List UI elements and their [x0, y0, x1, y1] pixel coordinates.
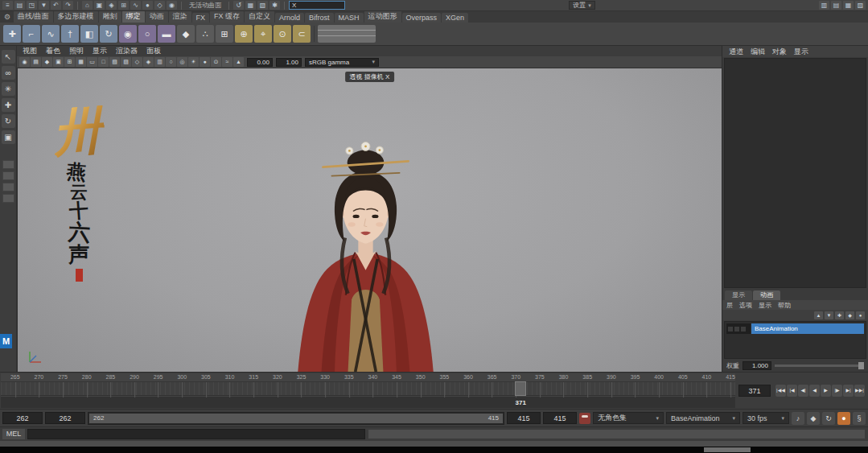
joint-tool-icon[interactable]: ✚: [3, 25, 21, 43]
wireframe-on-shaded-icon[interactable]: ◎: [177, 57, 187, 67]
ao-icon[interactable]: ⊙: [211, 57, 221, 67]
current-frame-field[interactable]: [738, 385, 771, 397]
orient-joint-icon[interactable]: ↻: [100, 25, 117, 43]
insert-joint-icon[interactable]: †: [61, 25, 79, 43]
mirror-joint-icon[interactable]: ◧: [80, 25, 98, 43]
go-to-end-button[interactable]: ▶▶|: [854, 385, 865, 397]
exposure-field[interactable]: [247, 58, 273, 67]
select-tool[interactable]: ↖: [2, 50, 15, 64]
lighting-icon[interactable]: ☀: [188, 57, 199, 67]
play-backwards-button[interactable]: ◀: [809, 385, 820, 397]
channel-box-menu-item[interactable]: 显示: [794, 47, 808, 57]
step-forward-key-button[interactable]: |▶: [832, 385, 842, 397]
mel-label[interactable]: MEL: [2, 429, 25, 439]
layer-name[interactable]: BaseAnimation: [751, 323, 864, 334]
panel-menu-item[interactable]: 照明: [69, 46, 84, 56]
select-by-object-icon[interactable]: ▣: [94, 1, 105, 10]
render-settings-icon[interactable]: ✱: [269, 1, 280, 10]
orient-constraint-icon[interactable]: ⊙: [274, 25, 291, 43]
shelf-wide-button[interactable]: [318, 25, 376, 43]
shelf-tab[interactable]: 多边形建模: [54, 11, 98, 23]
mel-input[interactable]: [27, 429, 365, 439]
scale-tool[interactable]: ▣: [2, 130, 15, 144]
shelf-menu-icon[interactable]: ⚙: [2, 13, 13, 23]
animation-start-field[interactable]: [2, 412, 43, 424]
snap-to-grid-icon[interactable]: ⊞: [118, 1, 129, 10]
hud-icon[interactable]: ▥: [154, 57, 165, 67]
camera-attributes-icon[interactable]: ▤: [31, 57, 41, 67]
panel-menu-item[interactable]: 面板: [146, 46, 161, 56]
shelf-tab[interactable]: Arnold: [275, 13, 304, 23]
snap-to-plane-icon[interactable]: ◇: [154, 1, 165, 10]
auto-key-icon[interactable]: ●: [837, 412, 850, 425]
ik-spline-icon[interactable]: ∿: [42, 25, 60, 43]
layer-up-icon[interactable]: ▲: [814, 311, 823, 319]
new-scene-icon[interactable]: ▤: [14, 1, 25, 10]
taskbar-item[interactable]: [704, 447, 751, 452]
shelf-tab[interactable]: 渲染: [169, 11, 191, 23]
layout-four-pane-button[interactable]: [2, 171, 14, 180]
sidebar-channel-box-icon[interactable]: ▦: [843, 1, 854, 10]
xray-icon[interactable]: ○: [166, 57, 176, 67]
layer-editor-menu-item[interactable]: 帮助: [778, 301, 791, 310]
layer-row[interactable]: BaseAnimation: [726, 323, 864, 334]
shelf-tab[interactable]: 自定义: [245, 11, 274, 23]
time-slider-bookmark-icon[interactable]: ◆: [807, 412, 820, 425]
sidebar-attribute-editor-icon[interactable]: ▥: [819, 1, 829, 10]
ipr-render-icon[interactable]: ▧: [257, 1, 268, 10]
layer-editor-tab[interactable]: 动画: [753, 290, 780, 300]
range-slider[interactable]: 262 415: [88, 412, 504, 425]
shelf-tab[interactable]: 绑定: [122, 11, 145, 23]
loop-playback-icon[interactable]: ↻: [822, 412, 835, 425]
step-back-frame-button[interactable]: |◀: [787, 385, 797, 397]
film-gate-icon[interactable]: ▭: [87, 57, 97, 67]
go-to-start-button[interactable]: |◀◀: [775, 385, 786, 397]
sidebar-tool-settings-icon[interactable]: ▤: [831, 1, 841, 10]
aim-constraint-icon[interactable]: ⌖: [254, 25, 272, 43]
panel-menu-item[interactable]: 显示: [93, 46, 107, 56]
snap-to-curve-icon[interactable]: ∿: [130, 1, 141, 10]
fps-dropdown[interactable]: 30 fps ▾: [743, 412, 789, 424]
shelf-tab[interactable]: FX 缓存: [210, 11, 244, 23]
weight-field[interactable]: [743, 361, 771, 370]
undo-icon[interactable]: ↶: [51, 1, 61, 10]
anim-layer-dropdown[interactable]: BaseAnimation ▾: [666, 412, 740, 424]
rotate-tool[interactable]: ↻: [2, 114, 15, 128]
panel-menu-item[interactable]: 着色: [46, 46, 60, 56]
animation-preferences-icon[interactable]: §: [853, 412, 866, 425]
snap-to-point-icon[interactable]: ●: [142, 1, 153, 10]
make-live-label[interactable]: 无活动曲面: [186, 1, 224, 10]
quick-input-field[interactable]: [289, 1, 345, 10]
playback-end-field[interactable]: [507, 412, 541, 424]
weight-slider-handle[interactable]: [858, 362, 864, 369]
move-tool[interactable]: ✚: [2, 98, 15, 112]
image-plane-icon[interactable]: ▣: [53, 57, 64, 67]
shelf-tab[interactable]: 曲线/曲面: [14, 11, 53, 23]
layer-from-selected-icon[interactable]: ◆: [845, 311, 854, 319]
main-menu-icon[interactable]: ≡: [2, 1, 13, 10]
set-key-icon[interactable]: [579, 413, 590, 424]
shelf-tab[interactable]: FX: [192, 13, 210, 23]
shelf-tab[interactable]: 运动图形: [364, 11, 401, 23]
layout-persp-graph-button[interactable]: [2, 194, 14, 203]
playhead[interactable]: [515, 381, 526, 396]
layer-editor-menu-item[interactable]: 显示: [759, 301, 771, 310]
shelf-tab[interactable]: MASH: [335, 13, 364, 23]
lattice-icon[interactable]: ⊞: [216, 25, 233, 43]
panel-menu-item[interactable]: 渲染器: [116, 46, 138, 56]
sidebar-modeling-toolkit-icon[interactable]: ▨: [855, 1, 866, 10]
channel-box-menu-item[interactable]: 编辑: [751, 47, 765, 57]
shadows-icon[interactable]: ●: [200, 57, 210, 67]
parent-constraint-icon[interactable]: ⊂: [293, 25, 311, 43]
isolate-select-icon[interactable]: ▲: [233, 57, 244, 67]
shelf-tab[interactable]: Bifrost: [305, 13, 334, 23]
redo-icon[interactable]: ↷: [63, 1, 73, 10]
grid-icon[interactable]: ▦: [76, 57, 86, 67]
render-icon[interactable]: ▦: [245, 1, 256, 10]
field-chart-icon[interactable]: ▨: [121, 57, 131, 67]
gate-mask-icon[interactable]: ▧: [109, 57, 120, 67]
step-forward-frame-button[interactable]: ▶|: [843, 385, 854, 397]
layer-toggles[interactable]: [726, 323, 751, 334]
viewport[interactable]: 透视 摄像机 X 卅 燕云十六声: [17, 68, 722, 372]
range-slider-bar[interactable]: 262 415: [89, 414, 503, 423]
